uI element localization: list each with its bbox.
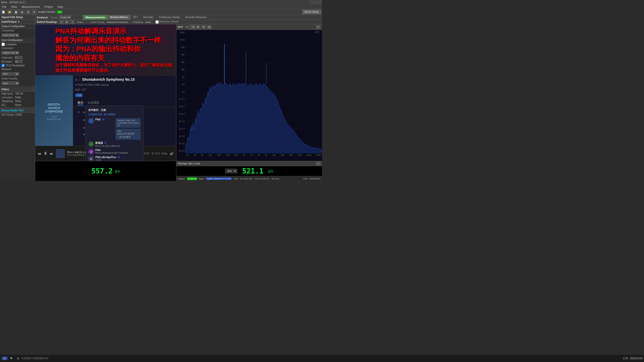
- back-icon[interactable]: ‹: [79, 78, 80, 82]
- save-button[interactable]: 💾: [14, 10, 18, 14]
- signal-path-setup-header[interactable]: Signal Path Setup: [0, 15, 35, 20]
- album-name-art: SHOSTA-KOVICHSYMPHONIE: [43, 101, 65, 115]
- channels-label: Channels:: [2, 56, 14, 59]
- toggle-button[interactable]: ● ■: [75, 94, 83, 97]
- measure-select-row[interactable]: Jitter: [0, 71, 35, 77]
- scope-select[interactable]: Scope: [59, 16, 71, 19]
- volume-icon[interactable]: 🔊: [170, 152, 174, 155]
- audible-monitor-label: Audible Monitor: [38, 11, 55, 13]
- jitter-right-value: 521.1: [242, 167, 263, 175]
- sp-options-icon[interactable]: ⋮: [138, 116, 141, 119]
- roon-tab-tracks[interactable]: 曲目: [77, 101, 84, 105]
- menu-project[interactable]: Project: [43, 5, 54, 8]
- hamburger-icon[interactable]: ≡: [75, 78, 77, 82]
- sp-nbridge-badge: [118, 156, 120, 158]
- scale-freq-select[interactable]: Input: [2, 81, 19, 85]
- menu-help[interactable]: Help: [56, 5, 64, 8]
- weighting-val-bar: None: [145, 21, 151, 23]
- device-under-test-header: Device Under Test: [0, 108, 35, 113]
- io-label: Input/Output: [2, 20, 17, 23]
- album-art: SHOSTA-KOVICHSYMPHONIE KURTSANDERLING: [35, 75, 73, 146]
- jitter-right-header: Average Jitter Level ✕: [176, 161, 322, 166]
- new-button[interactable]: 📄: [1, 10, 6, 14]
- bottom-panel: 557.2 ps Average Jitter Level ✕ Jitter: [35, 161, 322, 181]
- fft-reset-btn[interactable]: ⊠: [207, 25, 212, 29]
- tab-continuous-sweep[interactable]: Continuous Sweep: [156, 15, 183, 20]
- ref-channel-label: Reference Channel: [159, 20, 179, 24]
- run-small-btn[interactable]: ▶: [65, 20, 69, 24]
- fft-close-btn[interactable]: ✕: [316, 25, 320, 29]
- sp-nbridge-sub: ALSA: [95, 159, 120, 161]
- connector-select-row[interactable]: Digital Unbalanced: [0, 50, 35, 56]
- track-play-icon-3[interactable]: ▶: [84, 126, 86, 129]
- jitter-right-panel: Average Jitter Level ✕ Jitter 521.1 ps: [176, 161, 322, 181]
- maximize-button[interactable]: □: [314, 1, 317, 4]
- stop-button[interactable]: ■: [26, 10, 30, 14]
- connection-select-row[interactable]: None (External): [0, 32, 35, 38]
- menu-view[interactable]: View: [10, 5, 18, 8]
- sp-pna-name: PNA: [95, 118, 104, 121]
- loop-btn[interactable]: ↻: [70, 20, 75, 24]
- connection-select[interactable]: None (External): [2, 33, 19, 37]
- measurements-title[interactable]: Measurements: [83, 15, 107, 20]
- jitter-close-btn[interactable]: ✕: [316, 162, 320, 165]
- sp-subtitle[interactable]: 点击路径任意一图了解更多: [88, 113, 141, 116]
- io-section-header[interactable]: Input/Output ▼: [0, 20, 35, 24]
- bit-depth-input[interactable]: [15, 60, 23, 63]
- tab-recorder[interactable]: Recorder: [141, 15, 156, 20]
- window-controls[interactable]: _ □ ✕: [310, 1, 321, 4]
- channels-input[interactable]: [15, 56, 23, 59]
- jitter-dropdown[interactable]: Jitter: [225, 169, 237, 173]
- track-play-icon-1[interactable]: ▶: [84, 111, 86, 113]
- sp-source-name: 数源源: [95, 141, 120, 145]
- jitter-right-unit: ps: [268, 169, 273, 173]
- track-play-icon-2[interactable]: ▶: [84, 118, 86, 121]
- fft-settings-btn[interactable]: ⚙: [201, 25, 206, 29]
- jitter-right-value-area: Jitter 521.1 ps: [176, 166, 322, 176]
- minimize-button[interactable]: _: [310, 1, 313, 4]
- tab-monitors-meters[interactable]: Monitors/Meters: [107, 15, 131, 20]
- left-panel: Signal Path Setup Input/Output ▼ Output …: [0, 15, 35, 181]
- main-layout: Signal Path Setup Input/Output ▼ Output …: [0, 15, 322, 181]
- tab-fft[interactable]: FFT: [131, 15, 141, 20]
- menu-file[interactable]: File: [1, 5, 8, 8]
- svg-marker-25: [185, 82, 322, 153]
- jitter-left-value: 557.2: [91, 167, 112, 175]
- close-button[interactable]: ✕: [318, 1, 321, 4]
- track-play-icon-4[interactable]: ▶: [84, 133, 86, 135]
- next-button[interactable]: ⏭: [50, 152, 53, 156]
- termination-row[interactable]: 75 Ω Termination: [0, 64, 35, 67]
- bench-mode-button[interactable]: Bench Mode: [302, 10, 321, 14]
- connector-select[interactable]: Digital Unbalanced: [2, 51, 19, 55]
- weighting-label-bar: Weighting:: [133, 21, 143, 23]
- scope-detail: Scope:: [77, 21, 84, 23]
- bit-depth-row: Bit Depth:: [0, 60, 35, 64]
- filters-header[interactable]: Filters: [0, 87, 35, 92]
- roon-tab-credits[interactable]: 出品团队: [88, 101, 100, 105]
- scale-freq-select-row[interactable]: Input: [0, 80, 35, 86]
- queue-label: 队列: [155, 152, 160, 155]
- loopback-row[interactable]: Loopback: [0, 42, 35, 46]
- open-button[interactable]: 📂: [7, 10, 12, 14]
- settings-button[interactable]: ⚙: [32, 10, 36, 14]
- loopback-checkbox[interactable]: [2, 43, 5, 46]
- prev-button[interactable]: ⏮: [38, 152, 41, 156]
- settings-small-btn[interactable]: ⚙: [59, 20, 64, 24]
- extra-controls: ☰ 队列 PNA: [151, 152, 167, 155]
- pause-button[interactable]: ⏸: [43, 151, 48, 156]
- measure-select[interactable]: Jitter: [2, 72, 19, 76]
- termination-checkbox[interactable]: [2, 64, 5, 67]
- tab-acoustic-response[interactable]: Acoustic Response: [183, 15, 210, 20]
- queue-icon[interactable]: ☰: [151, 152, 154, 155]
- connector-label: Connector:: [2, 47, 14, 50]
- run-button[interactable]: ▶: [20, 10, 24, 14]
- jitter-left-panel: 557.2 ps: [35, 161, 176, 181]
- status-jitter-val: Jitter: [233, 177, 238, 180]
- ref-channel-checkbox[interactable]: [155, 20, 159, 24]
- status-input-val: Digital Unbalanced 75 ohm: [206, 177, 232, 180]
- sp-abc-item: ABC 西电100年里程碑 ：安可的邀请: [115, 129, 141, 140]
- fft-hz-select[interactable]: Hz: [189, 25, 200, 29]
- menu-measurements[interactable]: Measurements: [20, 5, 41, 8]
- volume-info: 动态: +23: [75, 88, 174, 92]
- io-dropdown-icon: ▼: [18, 20, 20, 23]
